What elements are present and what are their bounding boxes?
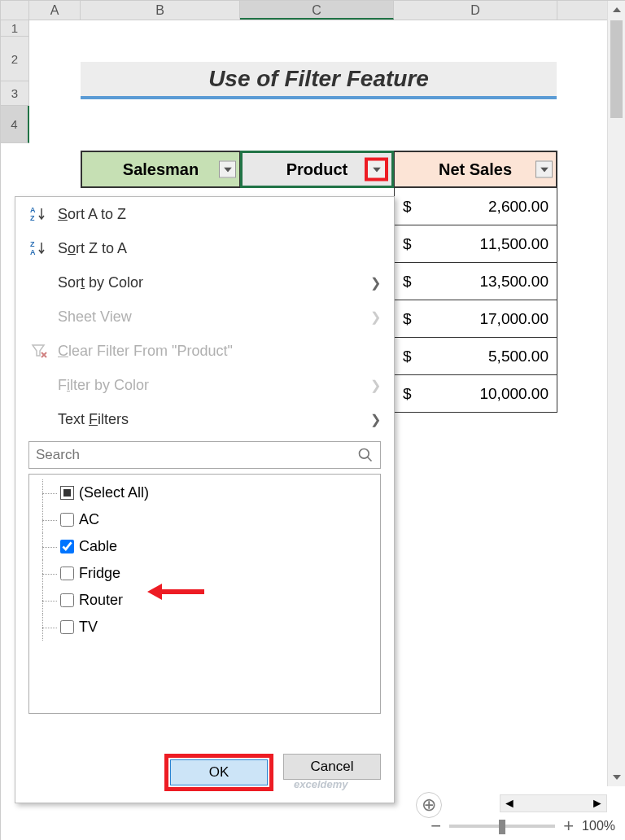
label: SSort A to Zort A to Z <box>58 206 126 223</box>
sort-a-to-z[interactable]: AZ SSort A to Zort A to Z <box>15 197 394 231</box>
search-input[interactable] <box>36 447 357 463</box>
scroll-left-icon[interactable]: ◄ <box>500 796 518 811</box>
filter-values-tree: (Select All) AC Cable Fridge Router TV <box>28 474 381 714</box>
row-header-3[interactable]: 3 <box>1 81 29 106</box>
scroll-up-icon[interactable] <box>608 1 625 19</box>
zoom-slider[interactable] <box>449 825 555 828</box>
tree-item-fridge[interactable]: Fridge <box>34 560 375 587</box>
chevron-right-icon: ❯ <box>370 309 381 325</box>
label: Clear Filter From "Product" <box>58 343 233 360</box>
sort-by-color[interactable]: Sort by Color ❯ <box>15 265 394 300</box>
tree-item-ac[interactable]: AC <box>34 506 375 533</box>
row-header-2[interactable]: 2 <box>1 37 29 81</box>
select-all-corner[interactable] <box>1 1 29 20</box>
dropdown-icon <box>540 167 549 172</box>
zoom-in-button[interactable]: + <box>563 816 574 837</box>
label: Cable <box>79 538 117 555</box>
currency: $ <box>403 198 419 216</box>
watermark-text: exceldemy <box>294 778 348 790</box>
svg-text:Z: Z <box>30 214 35 222</box>
netsales-column: $2,600.00 $11,500.00 $13,500.00 $17,000.… <box>394 188 557 413</box>
value: 5,500.00 <box>419 348 549 365</box>
sort-z-to-a[interactable]: ZA Sort Z to A <box>15 231 394 265</box>
checkbox[interactable] <box>60 567 74 580</box>
header-netsales-label: Net Sales <box>439 160 512 179</box>
search-icon <box>357 447 374 463</box>
header-product[interactable]: Product <box>240 151 394 188</box>
tree-select-all[interactable]: (Select All) <box>34 479 375 506</box>
checkbox-indeterminate-icon[interactable] <box>60 486 74 500</box>
checkbox[interactable] <box>60 620 74 634</box>
label: Sheet View <box>58 308 132 326</box>
annotation-arrow-icon <box>147 582 204 602</box>
filter-button-product[interactable] <box>365 158 388 182</box>
chevron-right-icon: ❯ <box>370 275 381 291</box>
filter-search-box[interactable] <box>28 441 381 469</box>
sort-za-icon: ZA <box>30 239 58 257</box>
row-header-1[interactable]: 1 <box>1 20 29 37</box>
col-header-a[interactable]: A <box>29 1 81 20</box>
value: 17,000.00 <box>419 310 549 328</box>
value: 10,000.00 <box>419 385 549 403</box>
table-header-row: Salesman Product Net Sales <box>81 151 557 188</box>
tree-item-router[interactable]: Router <box>34 587 375 614</box>
zoom-level[interactable]: 100% <box>582 819 615 833</box>
table-row[interactable]: $17,000.00 <box>394 300 557 338</box>
tree-item-tv[interactable]: TV <box>34 614 375 641</box>
text-filters[interactable]: Text Filters ❯ <box>15 402 394 436</box>
col-header-c[interactable]: C <box>240 1 394 20</box>
currency: $ <box>403 273 419 291</box>
checkbox[interactable] <box>60 593 74 607</box>
col-header-b[interactable]: B <box>81 1 240 20</box>
dropdown-icon <box>373 167 381 172</box>
label: (Select All) <box>79 484 149 501</box>
svg-point-4 <box>360 449 369 459</box>
title-cell: Use of Filter Feature <box>81 62 557 99</box>
label: Fridge <box>79 565 120 582</box>
label: Router <box>79 592 123 609</box>
filter-button-salesman[interactable] <box>219 161 236 178</box>
label: Sort Z to A <box>58 240 127 257</box>
clear-filter-icon <box>30 342 58 360</box>
sort-az-icon: AZ <box>30 205 58 223</box>
col-header-d[interactable]: D <box>394 1 557 20</box>
header-netsales[interactable]: Net Sales <box>394 151 557 188</box>
zoom-out-button[interactable]: − <box>431 816 441 837</box>
currency: $ <box>403 348 419 365</box>
chevron-right-icon: ❯ <box>370 378 381 393</box>
row-header-4[interactable]: 4 <box>1 106 29 143</box>
horizontal-scrollbar[interactable]: ◄ ► <box>500 794 607 812</box>
checkbox[interactable] <box>60 513 74 527</box>
scroll-down-icon[interactable] <box>608 768 625 786</box>
table-row[interactable]: $2,600.00 <box>394 188 557 225</box>
sheet-view: Sheet View ❯ <box>15 300 394 334</box>
svg-text:A: A <box>30 206 36 214</box>
label: Text Filters <box>58 411 129 428</box>
vertical-scrollbar[interactable] <box>607 1 625 786</box>
scroll-right-icon[interactable]: ► <box>588 796 606 811</box>
table-row[interactable]: $10,000.00 <box>394 375 557 413</box>
value: 11,500.00 <box>419 235 549 253</box>
filter-button-netsales[interactable] <box>535 161 553 178</box>
title-text: Use of Filter Feature <box>208 66 429 92</box>
label: Filter by Color <box>58 377 149 394</box>
cancel-button[interactable]: Cancel <box>283 754 381 780</box>
dropdown-icon <box>224 167 232 172</box>
svg-text:A: A <box>30 248 36 256</box>
clear-filter: Clear Filter From "Product" <box>15 334 394 368</box>
chevron-right-icon: ❯ <box>370 412 381 427</box>
currency: $ <box>403 385 419 403</box>
checkbox[interactable] <box>60 540 74 553</box>
scroll-thumb[interactable] <box>610 20 623 118</box>
ok-button[interactable]: OK <box>170 759 268 785</box>
button-row: OK Cancel <box>164 754 381 791</box>
header-salesman[interactable]: Salesman <box>81 151 240 188</box>
new-sheet-button[interactable]: ⊕ <box>416 792 442 818</box>
table-row[interactable]: $5,500.00 <box>394 338 557 375</box>
svg-text:Z: Z <box>30 240 35 248</box>
tree-item-cable[interactable]: Cable <box>34 533 375 560</box>
table-row[interactable]: $13,500.00 <box>394 263 557 300</box>
value: 2,600.00 <box>419 198 549 216</box>
table-row[interactable]: $11,500.00 <box>394 225 557 263</box>
header-product-label: Product <box>286 160 348 179</box>
